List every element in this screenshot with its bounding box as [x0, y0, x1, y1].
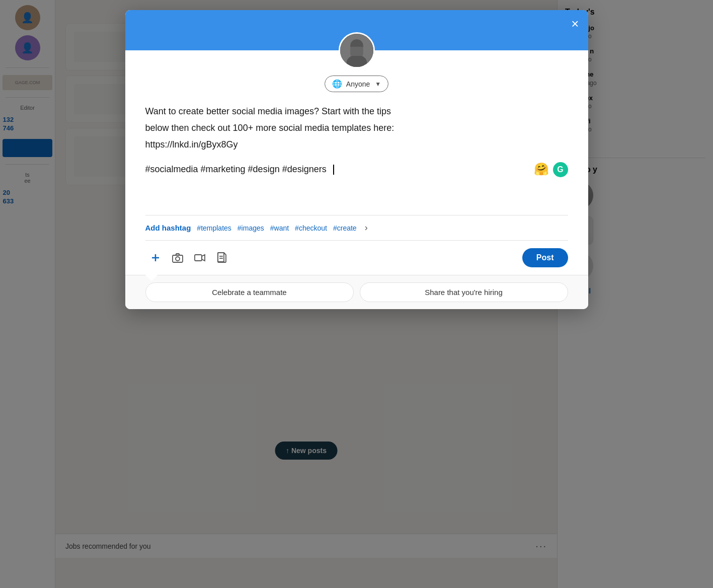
- avatar-image: [340, 34, 373, 67]
- suggestions-chevron-icon[interactable]: ›: [365, 223, 368, 233]
- modal-toolbar: Post: [145, 240, 568, 275]
- user-avatar: [339, 32, 375, 68]
- hashtags-text: #socialmedia #marketing #design #designe…: [145, 162, 327, 177]
- hashtag-chip-0[interactable]: #templates: [197, 224, 231, 232]
- post-modal: × 🌐 Anyone ▼: [125, 10, 588, 309]
- video-icon: [194, 252, 206, 264]
- post-text-line-1: Want to create better social media image…: [145, 104, 568, 119]
- video-button[interactable]: [190, 248, 210, 268]
- post-button[interactable]: Post: [522, 248, 568, 267]
- hashtag-chip-3[interactable]: #checkout: [295, 224, 327, 232]
- globe-icon: 🌐: [332, 79, 342, 89]
- svg-marker-9: [202, 255, 205, 261]
- modal-actions: Celebrate a teammate Share that you're h…: [125, 275, 588, 309]
- post-text-line-3: https://lnkd.in/gByx8Gy: [145, 137, 568, 152]
- hashtag-chip-1[interactable]: #images: [237, 224, 264, 232]
- svg-rect-10: [218, 253, 224, 262]
- toolbar-wrapper: Add hashtag #templates #images #want #ch…: [125, 215, 588, 275]
- plus-icon: [149, 252, 162, 264]
- audience-chevron-icon: ▼: [375, 81, 381, 88]
- text-cursor: [333, 165, 334, 175]
- celebrate-button[interactable]: Celebrate a teammate: [145, 282, 354, 302]
- add-hashtag-button[interactable]: Add hashtag: [145, 224, 191, 232]
- audience-label: Anyone: [346, 80, 370, 88]
- hashtag-chip-4[interactable]: #create: [333, 224, 357, 232]
- camera-icon: [172, 252, 184, 264]
- photo-button[interactable]: [168, 248, 188, 268]
- post-text-line-2: below then check out 100+ more social me…: [145, 121, 568, 135]
- modal-caret: [145, 275, 157, 281]
- add-media-button[interactable]: [145, 248, 166, 268]
- audience-selector: 🌐 Anyone ▼: [145, 76, 568, 92]
- modal-header: ×: [125, 10, 588, 50]
- svg-rect-3: [350, 47, 363, 56]
- audience-button[interactable]: 🌐 Anyone ▼: [325, 76, 388, 92]
- grammarly-button[interactable]: G: [553, 162, 568, 177]
- document-icon: [216, 252, 228, 264]
- emoji-button[interactable]: 🤗: [534, 160, 549, 179]
- hashtag-line: #socialmedia #marketing #design #designe…: [145, 160, 568, 179]
- post-content-area[interactable]: Want to create better social media image…: [145, 104, 568, 205]
- hashtag-chip-2[interactable]: #want: [270, 224, 289, 232]
- hashtag-suggestions: Add hashtag #templates #images #want #ch…: [145, 215, 568, 240]
- modal-body: 🌐 Anyone ▼ Want to create better social …: [125, 50, 588, 205]
- svg-rect-8: [195, 255, 202, 261]
- svg-point-7: [176, 257, 180, 261]
- modal-close-button[interactable]: ×: [571, 17, 579, 30]
- hiring-button[interactable]: Share that you're hiring: [360, 282, 568, 302]
- document-button[interactable]: [212, 248, 232, 268]
